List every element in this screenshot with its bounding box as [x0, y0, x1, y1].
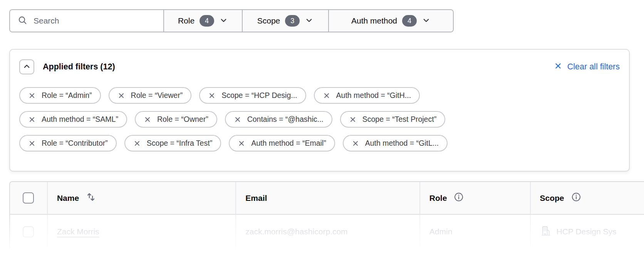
search-icon: [18, 15, 27, 27]
sort-arrows-icon: [86, 192, 96, 204]
filter-chip-label: Auth method = “Email”: [251, 139, 326, 148]
row-name-cell: Zack Morris: [47, 215, 235, 249]
column-header-scope: Scope: [530, 182, 644, 214]
auth-method-filter-dropdown[interactable]: Auth method 4: [328, 10, 453, 32]
row-email-cell: zack.morris@hashicorp.com: [235, 215, 419, 249]
org-building-icon: [540, 225, 552, 239]
column-header-role-label: Role: [429, 194, 447, 203]
column-header-name-label: Name: [57, 194, 79, 203]
select-all-checkbox[interactable]: [23, 192, 34, 204]
chip-row: Auth method = “SAML” Role = “Owner” Cont…: [19, 111, 620, 128]
dismiss-icon[interactable]: [28, 92, 36, 99]
row-checkbox[interactable]: [23, 226, 34, 237]
dismiss-icon[interactable]: [234, 116, 242, 123]
scope-filter-label: Scope: [257, 16, 280, 25]
row-scope-cell: HCP Design Sys: [530, 215, 644, 249]
dismiss-icon[interactable]: [28, 140, 36, 147]
column-header-email-label: Email: [245, 194, 267, 203]
filter-chip: Auth method = “SAML”: [19, 111, 127, 128]
filter-chip-label: Scope = “HCP Desig...: [221, 91, 297, 100]
column-header-name[interactable]: Name: [47, 182, 235, 214]
auth-method-filter-count-badge: 4: [402, 15, 417, 27]
close-icon: [554, 62, 562, 72]
chevron-down-icon: [219, 16, 228, 26]
filter-chip: Contains = “@hashic...: [225, 111, 332, 128]
filter-chip-label: Role = “Owner”: [157, 115, 208, 124]
filter-chip-label: Auth method = “GitL...: [365, 139, 439, 148]
chevron-down-icon: [305, 16, 314, 26]
filter-chip-label: Role = “Admin”: [42, 91, 92, 100]
applied-filters-header: Applied filters (12) Clear all filters: [19, 59, 620, 74]
table-row: Zack Morris zack.morris@hashicorp.com Ad…: [10, 215, 644, 249]
filter-chip: Role = “Admin”: [19, 87, 101, 104]
filter-chip-label: Scope = “Test Project”: [362, 115, 436, 124]
dismiss-icon[interactable]: [352, 140, 359, 147]
role-filter-label: Role: [178, 16, 195, 25]
row-select-cell: [10, 215, 47, 249]
role-filter-count-badge: 4: [200, 15, 214, 27]
column-header-scope-label: Scope: [540, 194, 564, 203]
filter-chip: Auth method = “GitH...: [314, 87, 420, 104]
applied-filters-panel: Applied filters (12) Clear all filters R…: [9, 49, 630, 172]
filter-chip-label: Scope = “Infra Test”: [147, 139, 212, 148]
filter-chip: Auth method = “GitL...: [343, 135, 448, 152]
user-email: zack.morris@hashicorp.com: [245, 227, 347, 236]
filter-toolbar: Role 4 Scope 3 Auth method 4: [9, 9, 454, 32]
column-header-role: Role: [419, 182, 530, 214]
dismiss-icon[interactable]: [208, 92, 216, 99]
user-role: Admin: [429, 227, 453, 236]
filter-chip-label: Role = “Viewer”: [131, 91, 183, 100]
filter-chip-label: Auth method = “SAML”: [42, 115, 118, 124]
chip-row: Role = “Admin” Role = “Viewer” Scope = “…: [19, 87, 620, 104]
dismiss-icon[interactable]: [117, 92, 125, 99]
filter-chip: Role = “Viewer”: [109, 87, 192, 104]
filter-chip: Role = “Owner”: [135, 111, 217, 128]
row-role-cell: Admin: [419, 215, 530, 249]
user-scope: HCP Design Sys: [557, 227, 617, 236]
info-icon[interactable]: [453, 192, 464, 204]
clear-all-filters-button[interactable]: Clear all filters: [554, 62, 620, 72]
filter-chip-label: Contains = “@hashic...: [247, 115, 324, 124]
scope-filter-count-badge: 3: [285, 15, 300, 27]
applied-filters-title: Applied filters (12): [43, 62, 115, 72]
info-icon[interactable]: [571, 192, 582, 204]
search-input[interactable]: [34, 16, 156, 25]
collapse-filters-button[interactable]: [19, 59, 34, 74]
auth-method-filter-label: Auth method: [351, 16, 397, 25]
filter-chip: Scope = “HCP Desig...: [199, 87, 306, 104]
dismiss-icon[interactable]: [238, 140, 245, 147]
scope-filter-dropdown[interactable]: Scope 3: [242, 10, 328, 32]
filter-chip: Scope = “Infra Test”: [124, 135, 221, 152]
search-field: [10, 10, 163, 32]
table-header-row: Name Email Role Scope: [10, 182, 644, 215]
filter-chip: Role = “Contributor”: [19, 135, 117, 152]
dismiss-icon[interactable]: [28, 116, 36, 123]
filter-chip: Auth method = “Email”: [229, 135, 335, 152]
role-filter-dropdown[interactable]: Role 4: [163, 10, 242, 32]
filter-chip: Scope = “Test Project”: [340, 111, 445, 128]
chip-row: Role = “Contributor” Scope = “Infra Test…: [19, 135, 620, 152]
users-table: Name Email Role Scope: [9, 181, 644, 249]
column-header-email: Email: [235, 182, 419, 214]
chevron-down-icon: [422, 16, 431, 26]
dismiss-icon[interactable]: [144, 116, 151, 123]
filter-chips: Role = “Admin” Role = “Viewer” Scope = “…: [19, 87, 620, 152]
dismiss-icon[interactable]: [349, 116, 357, 123]
clear-all-filters-label: Clear all filters: [567, 62, 620, 72]
dismiss-icon[interactable]: [133, 140, 141, 147]
chevron-up-icon: [22, 62, 31, 72]
filter-chip-label: Role = “Contributor”: [42, 139, 108, 148]
select-all-cell: [10, 182, 47, 214]
dismiss-icon[interactable]: [323, 92, 330, 99]
user-name-link[interactable]: Zack Morris: [57, 227, 99, 236]
filter-chip-label: Auth method = “GitH...: [336, 91, 411, 100]
